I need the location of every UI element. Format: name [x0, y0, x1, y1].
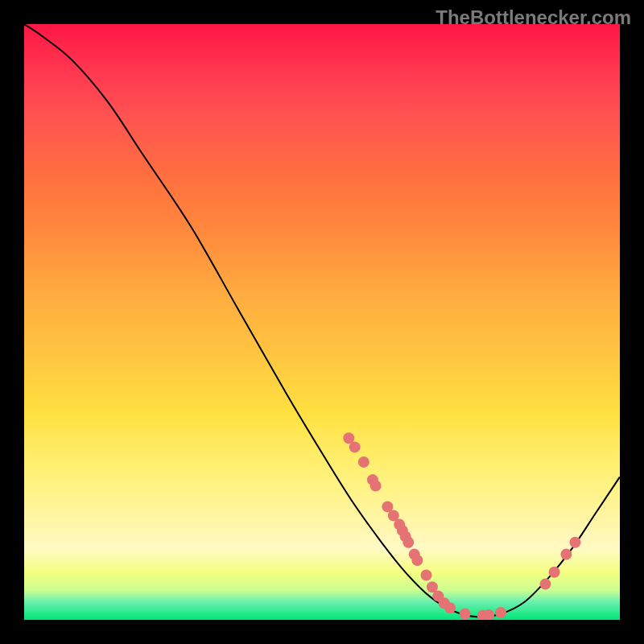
- data-marker: [370, 481, 382, 492]
- data-markers-group: [343, 432, 580, 620]
- bottleneck-curve: [24, 24, 620, 617]
- chart-gradient-area: [24, 24, 620, 620]
- data-marker: [349, 441, 361, 452]
- data-marker: [460, 609, 471, 620]
- data-marker: [421, 570, 432, 581]
- data-marker: [540, 579, 551, 590]
- data-marker: [549, 567, 560, 578]
- data-marker: [444, 602, 456, 613]
- watermark-text: TheBottlenecker.com: [436, 6, 631, 29]
- data-marker: [358, 456, 369, 468]
- data-marker: [411, 555, 423, 566]
- chart-svg: [24, 24, 620, 620]
- data-marker: [560, 549, 572, 560]
- data-marker: [495, 607, 506, 618]
- data-marker: [570, 537, 581, 548]
- data-marker: [402, 537, 414, 548]
